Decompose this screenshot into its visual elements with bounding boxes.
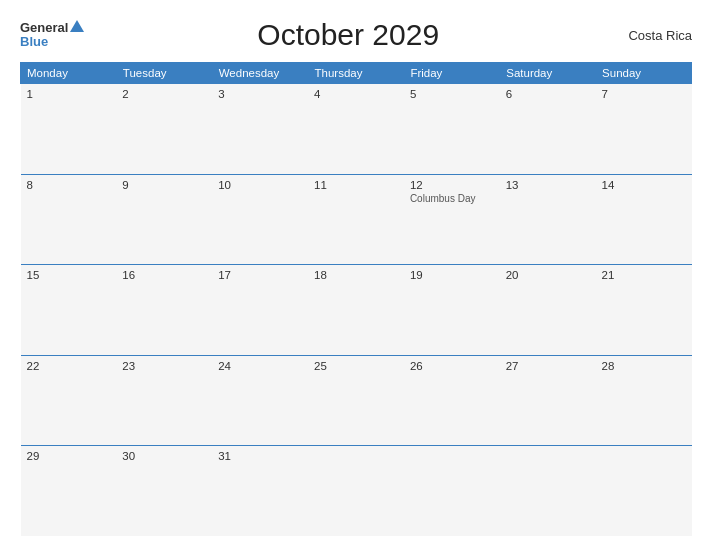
- day-number: 16: [122, 269, 206, 281]
- header: General Blue October 2029 Costa Rica: [20, 18, 692, 52]
- day-number: 4: [314, 88, 398, 100]
- day-cell: 5: [404, 84, 500, 175]
- col-monday: Monday: [21, 63, 117, 84]
- calendar-wrap: Monday Tuesday Wednesday Thursday Friday…: [20, 62, 692, 536]
- day-cell: 14: [596, 174, 692, 265]
- col-saturday: Saturday: [500, 63, 596, 84]
- country-label: Costa Rica: [612, 28, 692, 43]
- day-cell: 11: [308, 174, 404, 265]
- day-number: 15: [27, 269, 111, 281]
- col-friday: Friday: [404, 63, 500, 84]
- day-number: 14: [602, 179, 686, 191]
- day-number: 9: [122, 179, 206, 191]
- header-row: Monday Tuesday Wednesday Thursday Friday…: [21, 63, 692, 84]
- day-cell: 2: [116, 84, 212, 175]
- day-number: 18: [314, 269, 398, 281]
- day-number: 8: [27, 179, 111, 191]
- day-cell: 8: [21, 174, 117, 265]
- week-row-1: 1234567: [21, 84, 692, 175]
- day-number: 11: [314, 179, 398, 191]
- logo: General Blue: [20, 21, 84, 50]
- day-cell: 22: [21, 355, 117, 446]
- day-number: 7: [602, 88, 686, 100]
- day-cell: 28: [596, 355, 692, 446]
- day-number: 28: [602, 360, 686, 372]
- day-number: 10: [218, 179, 302, 191]
- day-number: 29: [27, 450, 111, 462]
- day-number: 1: [27, 88, 111, 100]
- day-number: 6: [506, 88, 590, 100]
- day-cell: 16: [116, 265, 212, 356]
- day-cell: [308, 446, 404, 537]
- day-cell: 15: [21, 265, 117, 356]
- day-number: 23: [122, 360, 206, 372]
- day-cell: 12Columbus Day: [404, 174, 500, 265]
- day-cell: 9: [116, 174, 212, 265]
- day-number: 13: [506, 179, 590, 191]
- day-cell: 13: [500, 174, 596, 265]
- day-number: 20: [506, 269, 590, 281]
- day-cell: [500, 446, 596, 537]
- day-cell: 26: [404, 355, 500, 446]
- holiday-label: Columbus Day: [410, 193, 494, 204]
- week-row-3: 15161718192021: [21, 265, 692, 356]
- day-number: 17: [218, 269, 302, 281]
- day-number: 2: [122, 88, 206, 100]
- day-number: 30: [122, 450, 206, 462]
- day-cell: 17: [212, 265, 308, 356]
- day-number: 31: [218, 450, 302, 462]
- day-cell: 6: [500, 84, 596, 175]
- logo-triangle-icon: [70, 20, 84, 32]
- day-cell: 7: [596, 84, 692, 175]
- day-number: 12: [410, 179, 494, 191]
- week-row-4: 22232425262728: [21, 355, 692, 446]
- logo-blue-text: Blue: [20, 35, 48, 49]
- day-cell: 21: [596, 265, 692, 356]
- day-number: 24: [218, 360, 302, 372]
- calendar-page: General Blue October 2029 Costa Rica Mon…: [0, 0, 712, 550]
- day-number: 19: [410, 269, 494, 281]
- calendar-table: Monday Tuesday Wednesday Thursday Friday…: [20, 62, 692, 536]
- col-wednesday: Wednesday: [212, 63, 308, 84]
- day-cell: 24: [212, 355, 308, 446]
- day-cell: 10: [212, 174, 308, 265]
- calendar-title: October 2029: [84, 18, 612, 52]
- col-tuesday: Tuesday: [116, 63, 212, 84]
- day-cell: 20: [500, 265, 596, 356]
- day-number: 25: [314, 360, 398, 372]
- week-row-5: 293031: [21, 446, 692, 537]
- day-cell: 23: [116, 355, 212, 446]
- logo-general-text: General: [20, 21, 68, 35]
- day-number: 5: [410, 88, 494, 100]
- day-cell: 27: [500, 355, 596, 446]
- day-cell: 3: [212, 84, 308, 175]
- day-cell: 4: [308, 84, 404, 175]
- day-number: 27: [506, 360, 590, 372]
- day-cell: 30: [116, 446, 212, 537]
- day-cell: [404, 446, 500, 537]
- day-cell: 25: [308, 355, 404, 446]
- day-number: 21: [602, 269, 686, 281]
- day-cell: 1: [21, 84, 117, 175]
- day-number: 22: [27, 360, 111, 372]
- day-cell: 31: [212, 446, 308, 537]
- day-number: 3: [218, 88, 302, 100]
- col-sunday: Sunday: [596, 63, 692, 84]
- day-cell: 19: [404, 265, 500, 356]
- col-thursday: Thursday: [308, 63, 404, 84]
- day-cell: 18: [308, 265, 404, 356]
- day-cell: [596, 446, 692, 537]
- week-row-2: 89101112Columbus Day1314: [21, 174, 692, 265]
- day-number: 26: [410, 360, 494, 372]
- day-cell: 29: [21, 446, 117, 537]
